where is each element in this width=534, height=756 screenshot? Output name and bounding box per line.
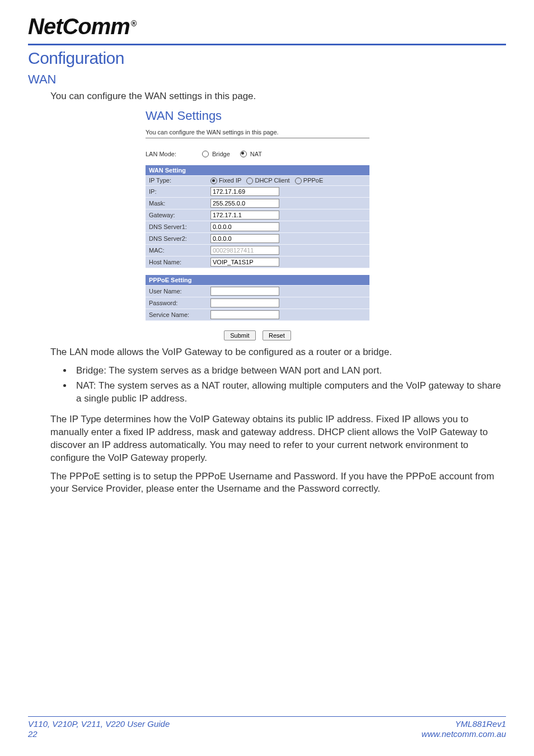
radio-pppoe-label: PPPoE xyxy=(303,177,323,184)
pppoe-description: The PPPoE setting is to setup the PPPoE … xyxy=(50,470,506,496)
wan-settings-screenshot: WAN Settings You can configure the WAN s… xyxy=(146,109,369,340)
lan-mode-row: LAN Mode: Bridge NAT xyxy=(146,151,369,157)
ip-type-description: The IP Type determines how the VoIP Gate… xyxy=(50,413,506,465)
mask-label: Mask: xyxy=(146,198,207,209)
radio-dhcp-label: DHCP Client xyxy=(255,177,289,184)
brand-name: NetComm xyxy=(28,14,130,39)
wan-setting-header: WAN Setting xyxy=(146,165,369,176)
ip-input[interactable] xyxy=(210,187,279,196)
radio-bridge-label: Bridge xyxy=(212,151,230,157)
pppoe-setting-header: PPPoE Setting xyxy=(146,275,369,286)
radio-dhcp[interactable] xyxy=(246,178,253,184)
pppoe-user-input[interactable] xyxy=(210,287,279,296)
host-input[interactable] xyxy=(210,258,279,267)
mac-label: MAC: xyxy=(146,245,207,256)
bullet-bridge: Bridge: The system serves as a bridge be… xyxy=(73,365,506,377)
pppoe-user-label: User Name: xyxy=(146,286,207,297)
host-label: Host Name: xyxy=(146,256,207,268)
submit-button[interactable]: Submit xyxy=(224,330,255,340)
dns1-label: DNS Server1: xyxy=(146,221,207,233)
lan-mode-label: LAN Mode: xyxy=(146,151,199,157)
gateway-label: Gateway: xyxy=(146,209,207,221)
pppoe-pass-input[interactable] xyxy=(210,298,279,307)
mode-bullet-list: Bridge: The system serves as a bridge be… xyxy=(28,365,506,405)
dns1-input[interactable] xyxy=(210,222,279,231)
section-heading-wan: WAN xyxy=(28,72,506,87)
ip-type-label: IP Type: xyxy=(146,175,207,185)
footer-page-number: 22 xyxy=(28,729,170,739)
pppoe-service-input[interactable] xyxy=(210,310,279,319)
wan-settings-title: WAN Settings xyxy=(146,109,369,123)
radio-pppoe[interactable] xyxy=(295,178,302,184)
footer-left: V110, V210P, V211, V220 User Guide 22 xyxy=(28,719,170,739)
mask-input[interactable] xyxy=(210,199,279,208)
footer-revision: YML881Rev1 xyxy=(421,719,506,729)
radio-nat-label: NAT xyxy=(250,151,262,157)
radio-fixed-ip[interactable] xyxy=(210,178,217,184)
pppoe-service-label: Service Name: xyxy=(146,309,207,321)
page-title: Configuration xyxy=(28,49,506,68)
bullet-nat: NAT: The system serves as a NAT router, … xyxy=(73,380,506,405)
dns2-input[interactable] xyxy=(210,234,279,243)
wan-settings-divider xyxy=(146,138,369,138)
header-rule xyxy=(28,44,506,45)
ip-label: IP: xyxy=(146,186,207,198)
page: NetComm® Configuration WAN You can confi… xyxy=(0,0,534,756)
intro-text: You can configure the WAN settings in th… xyxy=(50,90,506,103)
wan-setting-table: WAN Setting IP Type: Fixed IP DHCP Clien… xyxy=(146,165,369,268)
footer-right: YML881Rev1 www.netcomm.com.au xyxy=(421,719,506,739)
button-row: Submit Reset xyxy=(146,330,369,340)
lan-mode-description: The LAN mode allows the VoIP Gateway to … xyxy=(50,346,506,359)
footer-rule xyxy=(28,716,506,717)
radio-bridge[interactable] xyxy=(202,151,209,157)
pppoe-setting-table: PPPoE Setting User Name: Password: Servi… xyxy=(146,275,369,321)
gateway-input[interactable] xyxy=(210,211,279,220)
brand-logo: NetComm® xyxy=(28,14,506,39)
wan-settings-subtitle: You can configure the WAN settings in th… xyxy=(146,129,369,136)
mac-input xyxy=(210,246,279,255)
page-footer: V110, V210P, V211, V220 User Guide 22 YM… xyxy=(28,716,506,739)
pppoe-pass-label: Password: xyxy=(146,297,207,309)
radio-fixed-ip-label: Fixed IP xyxy=(219,177,241,184)
footer-url: www.netcomm.com.au xyxy=(421,729,506,739)
footer-guide-title: V110, V210P, V211, V220 User Guide xyxy=(28,719,170,729)
dns2-label: DNS Server2: xyxy=(146,233,207,245)
radio-nat[interactable] xyxy=(240,151,247,157)
reset-button[interactable]: Reset xyxy=(263,330,291,340)
ip-type-cell: Fixed IP DHCP Client PPPoE xyxy=(207,175,369,185)
registered-mark: ® xyxy=(131,19,136,28)
